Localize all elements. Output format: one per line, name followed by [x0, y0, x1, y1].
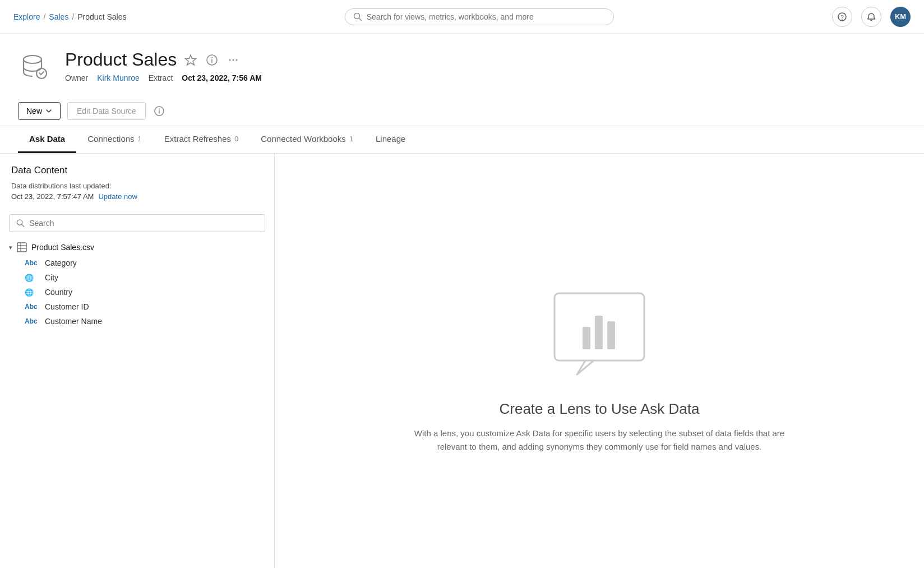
tab-connections[interactable]: Connections 1	[76, 126, 153, 153]
tab-ask-data[interactable]: Ask Data	[18, 126, 76, 153]
field-city[interactable]: 🌐 City	[0, 270, 274, 285]
svg-point-11	[236, 59, 238, 61]
field-search-icon	[16, 219, 25, 228]
svg-point-8	[211, 57, 212, 58]
empty-state: Create a Lens to Use Ask Data With a len…	[409, 288, 790, 454]
toolbar-info-button[interactable]	[153, 104, 166, 118]
header-meta: Owner Kirk Munroe Extract Oct 23, 2022, …	[65, 73, 262, 82]
info-icon	[206, 54, 218, 66]
empty-state-description: With a lens, you customize Ask Data for …	[409, 427, 790, 454]
data-content-header: Data Content Data distributions last upd…	[0, 154, 274, 205]
more-options-button[interactable]	[226, 53, 241, 67]
table-name: Product Sales.csv	[31, 243, 94, 252]
data-dist-date: Oct 23, 2022, 7:57:47 AM Update now	[11, 192, 263, 201]
svg-marker-5	[186, 55, 196, 65]
owner-label: Owner	[65, 73, 88, 82]
breadcrumb-sales[interactable]: Sales	[49, 12, 68, 21]
table-icon	[17, 242, 27, 252]
search-icon	[353, 12, 362, 21]
top-nav: Explore / Sales / Product Sales ? KM	[0, 0, 924, 34]
svg-rect-24	[607, 321, 615, 349]
field-search-input[interactable]	[29, 219, 258, 228]
tab-extract-refreshes[interactable]: Extract Refreshes 0	[153, 126, 250, 153]
svg-line-16	[22, 224, 24, 227]
svg-rect-17	[17, 243, 26, 252]
owner-link[interactable]: Kirk Munroe	[97, 73, 139, 82]
extract-label: Extract	[149, 73, 173, 82]
empty-state-title: Create a Lens to Use Ask Data	[500, 400, 700, 418]
avatar[interactable]: KM	[890, 7, 911, 27]
page-title: Product Sales	[65, 49, 177, 70]
more-icon	[227, 54, 239, 66]
page-header: Product Sales	[0, 34, 924, 96]
breadcrumb: Explore / Sales / Product Sales	[13, 12, 126, 21]
favorite-button[interactable]	[183, 53, 198, 67]
right-panel: Create a Lens to Use Ask Data With a len…	[275, 154, 924, 568]
svg-rect-22	[583, 327, 590, 349]
help-icon: ?	[838, 12, 847, 21]
update-now-link[interactable]: Update now	[98, 192, 137, 201]
tab-connected-workbooks[interactable]: Connected Workbooks 1	[250, 126, 364, 153]
extract-date: Oct 23, 2022, 7:56 AM	[182, 73, 262, 82]
svg-line-1	[359, 18, 361, 20]
tabs: Ask Data Connections 1 Extract Refreshes…	[0, 126, 924, 154]
empty-icon	[543, 288, 655, 385]
svg-point-14	[159, 109, 160, 110]
breadcrumb-explore[interactable]: Explore	[13, 12, 40, 21]
breadcrumb-sep2: /	[72, 12, 74, 21]
global-search-bar[interactable]	[345, 8, 614, 25]
data-content-title: Data Content	[11, 165, 263, 176]
field-customer-id[interactable]: Abc Customer ID	[0, 299, 274, 314]
field-customer-name[interactable]: Abc Customer Name	[0, 314, 274, 329]
main-content: Data Content Data distributions last upd…	[0, 154, 924, 568]
chevron-down-icon	[45, 108, 52, 114]
toolbar: New Edit Data Source	[0, 96, 924, 126]
data-tree: ▾ Product Sales.csv Abc Category 🌐 City	[0, 237, 274, 568]
global-search-input[interactable]	[367, 12, 606, 21]
nav-actions: ? KM	[832, 7, 911, 27]
field-country[interactable]: 🌐 Country	[0, 285, 274, 299]
star-icon	[184, 54, 197, 66]
field-category[interactable]: Abc Category	[0, 256, 274, 270]
bell-icon	[867, 12, 876, 21]
info-button[interactable]	[205, 53, 219, 67]
edit-datasource-button[interactable]: Edit Data Source	[67, 102, 146, 120]
breadcrumb-sep1: /	[43, 12, 45, 21]
svg-rect-23	[595, 316, 603, 349]
svg-point-4	[24, 56, 41, 63]
ask-data-illustration	[543, 288, 655, 383]
datasource-icon	[18, 49, 54, 85]
tree-table-row[interactable]: ▾ Product Sales.csv	[0, 239, 274, 256]
chevron-icon: ▾	[9, 244, 12, 251]
tab-lineage[interactable]: Lineage	[364, 126, 417, 153]
left-panel: Data Content Data distributions last upd…	[0, 154, 275, 568]
svg-point-9	[229, 59, 231, 61]
header-title-row: Product Sales	[65, 49, 262, 70]
svg-point-10	[233, 59, 234, 61]
data-dist-label: Data distributions last updated:	[11, 182, 263, 190]
header-info: Product Sales	[65, 49, 262, 82]
breadcrumb-current: Product Sales	[77, 12, 126, 21]
info-circle-icon	[154, 105, 165, 117]
help-button[interactable]: ?	[832, 7, 852, 27]
notifications-button[interactable]	[861, 7, 881, 27]
new-button[interactable]: New	[18, 102, 61, 120]
svg-text:?: ?	[840, 14, 844, 20]
field-search-bar[interactable]	[9, 214, 265, 232]
